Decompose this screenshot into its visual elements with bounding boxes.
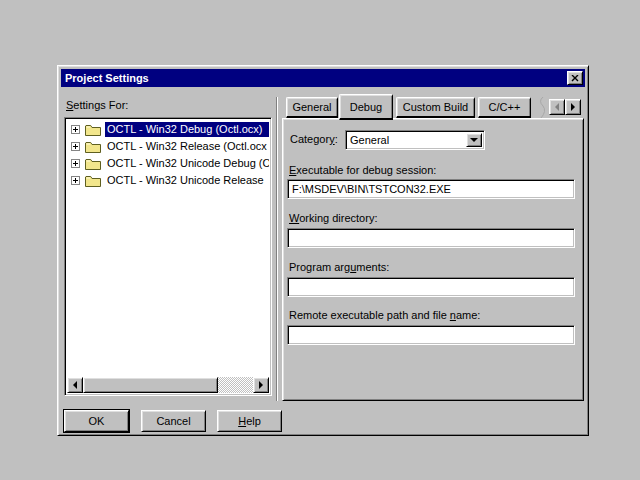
- torn-tab-edge-icon: [535, 97, 549, 118]
- tree-item[interactable]: OCTL - Win32 Release (Octl.ocx: [67, 138, 269, 155]
- cancel-button[interactable]: Cancel: [141, 410, 206, 432]
- scroll-right-button[interactable]: [253, 377, 269, 393]
- tab-label: C/C++: [489, 101, 521, 113]
- executable-label: Executable for debug session:: [289, 164, 436, 176]
- executable-input[interactable]: [287, 179, 575, 199]
- scroll-right-icon: [259, 381, 263, 389]
- tab-scroll-left-button[interactable]: [549, 99, 565, 115]
- tab-custom-build[interactable]: Custom Build: [396, 97, 475, 118]
- folder-icon: [85, 123, 101, 136]
- category-dropdown-button[interactable]: [466, 133, 482, 147]
- tab-label: General: [292, 101, 331, 113]
- tree-item-label: OCTL - Win32 Unicode Debug (O: [105, 156, 269, 171]
- tab-debug[interactable]: Debug: [339, 94, 393, 120]
- help-button[interactable]: Help: [217, 410, 282, 432]
- cancel-button-label: Cancel: [156, 415, 190, 427]
- tree-item[interactable]: OCTL - Win32 Debug (Octl.ocx): [67, 121, 269, 138]
- titlebar[interactable]: Project Settings: [61, 69, 585, 87]
- scrollbar-track[interactable]: [83, 377, 253, 393]
- tree-item[interactable]: OCTL - Win32 Unicode Release: [67, 172, 269, 189]
- settings-tree: OCTL - Win32 Debug (Octl.ocx) OCTL - Win…: [64, 117, 272, 396]
- window-title: Project Settings: [65, 72, 149, 84]
- folder-icon: [85, 157, 101, 170]
- program-arguments-input[interactable]: [287, 277, 575, 297]
- tab-scroll-buttons: [549, 99, 581, 115]
- ok-button-label: OK: [89, 415, 105, 427]
- panel-divider: [276, 97, 278, 401]
- tab-label: Custom Build: [403, 101, 468, 113]
- settings-for-label: Settings For:: [66, 99, 128, 111]
- folder-icon: [85, 174, 101, 187]
- close-button[interactable]: [567, 71, 583, 85]
- close-icon: [571, 75, 579, 82]
- help-button-label: Help: [238, 415, 261, 427]
- expand-icon[interactable]: [71, 142, 80, 151]
- scrollbar-thumb[interactable]: [83, 377, 218, 393]
- tree-item-label: OCTL - Win32 Debug (Octl.ocx): [105, 122, 269, 137]
- tab-cpp[interactable]: C/C++: [478, 97, 531, 118]
- dropdown-arrow-icon: [470, 138, 478, 142]
- working-directory-input[interactable]: [287, 228, 575, 248]
- tree-horizontal-scrollbar[interactable]: [67, 377, 269, 393]
- expand-icon[interactable]: [71, 176, 80, 185]
- tab-label: Debug: [350, 101, 382, 113]
- folder-icon: [85, 140, 101, 153]
- scroll-left-button[interactable]: [67, 377, 83, 393]
- category-value: General: [350, 133, 389, 147]
- tab-scroll-left-icon: [555, 103, 559, 111]
- expand-icon[interactable]: [71, 159, 80, 168]
- category-combobox[interactable]: General: [345, 130, 485, 150]
- tab-general[interactable]: General: [286, 97, 338, 118]
- category-label: Category:: [290, 133, 338, 145]
- remote-executable-input[interactable]: [287, 325, 575, 345]
- tree-item-label: OCTL - Win32 Release (Octl.ocx: [105, 139, 269, 154]
- scroll-left-icon: [73, 381, 77, 389]
- remote-executable-label: Remote executable path and file name:: [289, 309, 480, 321]
- program-arguments-label: Program arguments:: [289, 261, 389, 273]
- expand-icon[interactable]: [71, 125, 80, 134]
- tab-scroll-right-button[interactable]: [565, 99, 581, 115]
- debug-tab-page: Category: General Executable for debug s…: [282, 118, 584, 401]
- project-settings-dialog: Project Settings Settings For: OCTL - Wi…: [57, 65, 589, 436]
- working-directory-label: Working directory:: [289, 212, 377, 224]
- tree-item[interactable]: OCTL - Win32 Unicode Debug (O: [67, 155, 269, 172]
- tab-scroll-right-icon: [571, 103, 575, 111]
- ok-button[interactable]: OK: [64, 410, 129, 432]
- tree-item-label: OCTL - Win32 Unicode Release: [105, 173, 267, 188]
